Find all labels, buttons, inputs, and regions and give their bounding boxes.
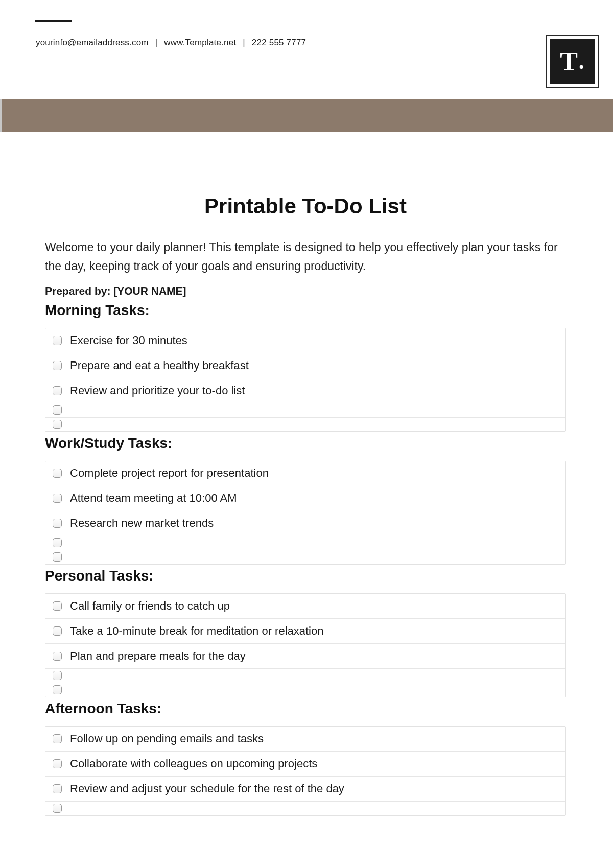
section-heading-morning: Morning Tasks: [45,302,566,319]
task-row [45,668,565,683]
task-label: Prepare and eat a healthy breakfast [70,359,249,372]
logo-inner: T. [550,39,595,84]
task-checkbox[interactable] [53,804,62,813]
task-label: Take a 10-minute break for meditation or… [70,624,323,638]
task-label: Call family or friends to catch up [70,599,230,613]
task-row [45,417,565,431]
contact-phone: 222 555 7777 [252,38,306,47]
task-label: Complete project report for presentation [70,467,269,480]
task-label: Attend team meeting at 10:00 AM [70,492,237,505]
task-row [45,683,565,697]
task-row: Take a 10-minute break for meditation or… [45,618,565,643]
header-rule [35,20,72,22]
prepared-by: Prepared by: [YOUR NAME] [45,285,566,297]
contact-line: yourinfo@emailaddress.com | www.Template… [36,38,306,48]
task-label: Research new market trends [70,517,214,530]
task-label: Plan and prepare meals for the day [70,649,246,663]
task-row: Exercise for 30 minutes [45,328,565,353]
prepared-by-label: Prepared by: [45,285,113,297]
task-checkbox[interactable] [53,671,62,680]
task-row: Plan and prepare meals for the day [45,643,565,668]
task-checkbox[interactable] [53,601,62,611]
page: yourinfo@emailaddress.com | www.Template… [0,0,613,868]
task-checkbox[interactable] [53,386,62,395]
task-checkbox[interactable] [53,538,62,547]
task-checkbox[interactable] [53,469,62,478]
task-checkbox[interactable] [53,519,62,528]
task-checkbox[interactable] [53,552,62,562]
task-checkbox[interactable] [53,685,62,694]
content: Printable To-Do List Welcome to your dai… [45,194,566,816]
task-checkbox[interactable] [53,405,62,415]
task-label: Review and prioritize your to-do list [70,384,245,397]
task-checkbox[interactable] [53,734,62,743]
section-heading-work: Work/Study Tasks: [45,435,566,451]
task-row: Attend team meeting at 10:00 AM [45,486,565,511]
task-checkbox[interactable] [53,420,62,429]
logo: T. [546,35,599,88]
task-checkbox[interactable] [53,361,62,370]
contact-email: yourinfo@emailaddress.com [36,38,149,47]
separator: | [239,38,249,48]
task-row: Call family or friends to catch up [45,594,565,618]
task-row: Prepare and eat a healthy breakfast [45,353,565,378]
task-label: Review and adjust your schedule for the … [70,782,344,795]
section-heading-personal: Personal Tasks: [45,568,566,584]
task-checkbox[interactable] [53,336,62,345]
task-checkbox[interactable] [53,784,62,793]
separator: | [151,38,162,48]
section-heading-afternoon: Afternoon Tasks: [45,701,566,717]
task-row: Follow up on pending emails and tasks [45,727,565,751]
page-title: Printable To-Do List [45,194,566,219]
prepared-by-value: [YOUR NAME] [113,285,186,297]
task-group-morning: Exercise for 30 minutesPrepare and eat a… [45,328,566,432]
task-row [45,403,565,417]
task-row [45,550,565,564]
task-checkbox[interactable] [53,759,62,768]
task-label: Exercise for 30 minutes [70,334,187,347]
top-strip [0,2,613,7]
task-row: Review and adjust your schedule for the … [45,776,565,801]
logo-dot: . [579,49,584,75]
task-checkbox[interactable] [53,494,62,503]
task-row [45,801,565,815]
task-group-personal: Call family or friends to catch upTake a… [45,593,566,697]
task-checkbox[interactable] [53,626,62,636]
task-row: Review and prioritize your to-do list [45,378,565,403]
contact-website: www.Template.net [164,38,236,47]
task-checkbox[interactable] [53,652,62,661]
task-group-afternoon: Follow up on pending emails and tasksCol… [45,726,566,816]
color-band [0,99,613,132]
logo-letter: T [560,46,578,77]
task-group-work: Complete project report for presentation… [45,461,566,565]
task-row: Research new market trends [45,511,565,536]
task-row [45,536,565,550]
task-row: Complete project report for presentation [45,461,565,486]
task-row: Collaborate with colleagues on upcoming … [45,751,565,776]
task-label: Collaborate with colleagues on upcoming … [70,757,317,770]
task-label: Follow up on pending emails and tasks [70,732,264,745]
intro-text: Welcome to your daily planner! This temp… [45,238,566,276]
